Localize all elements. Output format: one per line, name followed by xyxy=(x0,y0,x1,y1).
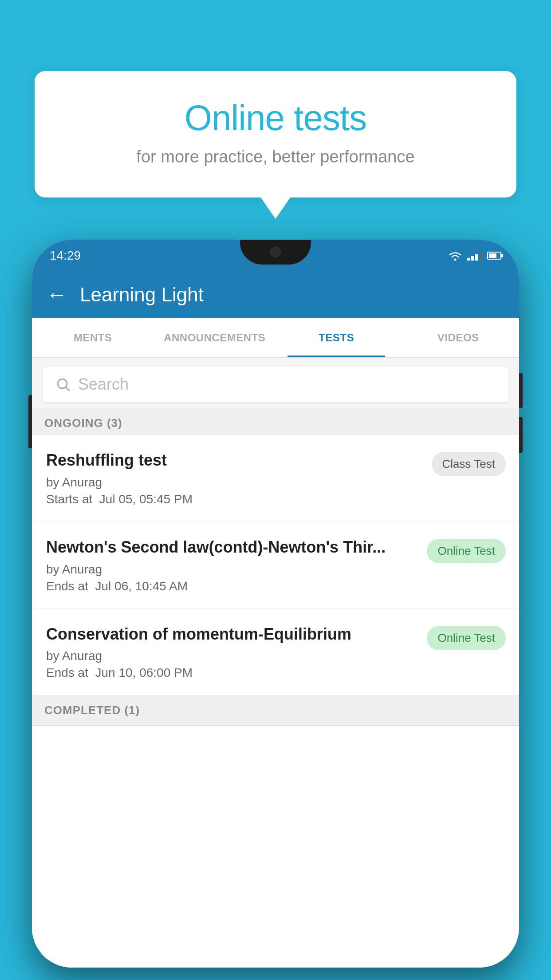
test-date-2: Ends at Jun 10, 06:00 PM xyxy=(46,666,418,680)
svg-point-0 xyxy=(454,259,457,261)
test-list: Reshuffling test by Anurag Starts at Jul… xyxy=(32,435,519,968)
svg-line-2 xyxy=(66,387,70,391)
app-header: ← Learning Light xyxy=(32,272,519,318)
completed-section-title: COMPLETED (1) xyxy=(44,703,140,717)
phone-screen: 14:29 xyxy=(32,240,519,968)
test-name-2: Conservation of momentum-Equilibrium xyxy=(46,624,418,645)
test-info-0: Reshuffling test by Anurag Starts at Jul… xyxy=(46,450,423,506)
test-info-1: Newton's Second law(contd)-Newton's Thir… xyxy=(46,537,418,593)
test-info-2: Conservation of momentum-Equilibrium by … xyxy=(46,624,418,680)
phone-notch xyxy=(240,240,311,265)
back-button[interactable]: ← xyxy=(46,284,67,305)
power-button[interactable] xyxy=(28,395,32,448)
test-name-1: Newton's Second law(contd)-Newton's Thir… xyxy=(46,537,418,558)
bubble-subtitle: for more practice, better performance xyxy=(70,147,481,166)
status-icons xyxy=(449,251,501,261)
test-item-2[interactable]: Conservation of momentum-Equilibrium by … xyxy=(32,609,519,696)
test-date-value-2: Jun 10, 06:00 PM xyxy=(95,666,193,680)
test-date-label-1: Ends at xyxy=(46,579,88,593)
volume-down-button[interactable] xyxy=(519,417,523,453)
status-time: 14:29 xyxy=(50,249,81,263)
battery-fill xyxy=(489,253,496,258)
test-name-0: Reshuffling test xyxy=(46,450,423,471)
battery-icon xyxy=(487,252,501,260)
app-title: Learning Light xyxy=(80,284,204,306)
search-placeholder: Search xyxy=(78,375,129,394)
tab-announcements[interactable]: ANNOUNCEMENTS xyxy=(154,318,276,357)
test-badge-1: Online Test xyxy=(427,539,506,563)
test-author-0: by Anurag xyxy=(46,475,423,490)
tabs-bar: MENTS ANNOUNCEMENTS TESTS VIDEOS xyxy=(32,318,519,358)
tab-ments[interactable]: MENTS xyxy=(32,318,154,357)
test-date-1: Ends at Jul 06, 10:45 AM xyxy=(46,579,418,593)
tab-videos[interactable]: VIDEOS xyxy=(398,318,520,357)
signal-icon xyxy=(467,251,482,261)
search-icon xyxy=(55,376,71,392)
svg-point-1 xyxy=(58,379,67,388)
search-container: Search xyxy=(32,358,519,411)
test-badge-0: Class Test xyxy=(432,452,506,476)
speech-bubble-container: Online tests for more practice, better p… xyxy=(35,71,516,198)
phone-frame: 14:29 xyxy=(32,240,519,968)
test-item-1[interactable]: Newton's Second law(contd)-Newton's Thir… xyxy=(32,522,519,609)
test-date-value-0: Jul 05, 05:45 PM xyxy=(99,492,193,506)
tab-tests[interactable]: TESTS xyxy=(276,318,398,357)
volume-up-button[interactable] xyxy=(519,373,523,408)
ongoing-section-title: ONGOING (3) xyxy=(44,416,122,430)
test-date-0: Starts at Jul 05, 05:45 PM xyxy=(46,492,423,506)
bubble-title: Online tests xyxy=(70,98,481,138)
speech-bubble: Online tests for more practice, better p… xyxy=(35,71,516,198)
wifi-icon xyxy=(449,251,462,261)
phone-wrapper: 14:29 xyxy=(32,240,519,980)
test-badge-2: Online Test xyxy=(427,626,506,650)
search-bar[interactable]: Search xyxy=(43,367,508,402)
test-date-label-0: Starts at xyxy=(46,492,92,506)
test-item-0[interactable]: Reshuffling test by Anurag Starts at Jul… xyxy=(32,435,519,522)
test-date-label-2: Ends at xyxy=(46,666,88,680)
completed-section-header: COMPLETED (1) xyxy=(32,695,519,726)
test-author-1: by Anurag xyxy=(46,562,418,577)
test-date-value-1: Jul 06, 10:45 AM xyxy=(95,579,188,593)
test-author-2: by Anurag xyxy=(46,649,418,663)
ongoing-section-header: ONGOING (3) xyxy=(32,408,519,438)
front-camera xyxy=(270,247,281,257)
